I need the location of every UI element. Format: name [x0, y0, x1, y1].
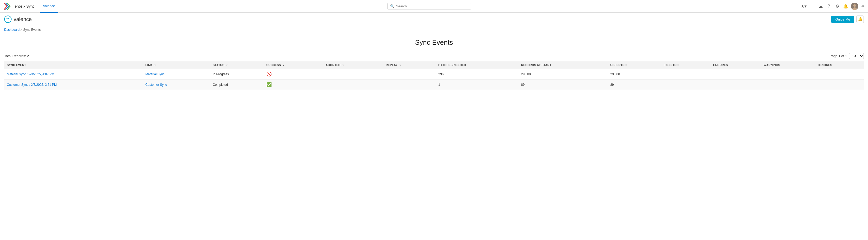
table-meta: Total Records: 2 Page 1 of 1 10 25 50 10…: [4, 53, 864, 59]
cell-records-at-start: 29,600: [519, 69, 608, 79]
col-upserted: UPSERTED: [608, 61, 662, 69]
cell-aborted: [323, 69, 383, 79]
col-warnings: WARNINGS: [761, 61, 816, 69]
col-link[interactable]: LINK ▼: [143, 61, 210, 69]
table-row: Customer Sync : 2/3/2025, 3:51 PM Custom…: [4, 79, 864, 90]
svg-point-4: [7, 19, 9, 20]
link-cell[interactable]: Material Sync: [146, 72, 165, 76]
page-info: Page 1 of 1 10 25 50 100: [830, 53, 864, 59]
status-sort-arrow: ▼: [226, 64, 228, 66]
link-cell[interactable]: Customer Sync: [146, 83, 167, 86]
cell-status: Completed: [210, 79, 264, 90]
app-name: enosix Sync: [15, 4, 34, 8]
cell-warnings: [761, 69, 816, 79]
search-box: 🔍: [387, 3, 471, 9]
col-aborted[interactable]: ABORTED ▼: [323, 61, 383, 69]
help-icon[interactable]: ?: [826, 3, 832, 9]
sync-event-link[interactable]: Customer Sync : 2/3/2025, 3:51 PM: [7, 83, 57, 86]
breadcrumb-home[interactable]: Dashboard: [4, 28, 20, 32]
cell-warnings: [761, 79, 816, 90]
cell-link: Material Sync: [143, 69, 210, 79]
cell-success: ✅: [264, 79, 323, 90]
valence-logo-icon: [4, 16, 11, 23]
top-navigation: enosix Sync Valence 🔍 ★▾ + ☁ ? ⚙ 🔔 ✏: [0, 0, 868, 12]
cell-failures: [710, 79, 761, 90]
main-content: Sync Events Total Records: 2 Page 1 of 1…: [0, 38, 868, 95]
cell-ignores: [816, 79, 864, 90]
search-input[interactable]: [396, 4, 468, 8]
link-sort-arrow: ▼: [154, 64, 156, 66]
page-size-select[interactable]: 10 25 50 100: [849, 53, 864, 59]
sync-event-link[interactable]: Material Sync : 2/3/2025, 4:07 PM: [7, 72, 54, 76]
table-header-row: SYNC EVENT LINK ▼ STATUS ▼ SUCCESS ▼ ABO…: [4, 61, 864, 69]
replay-sort-arrow: ▼: [399, 64, 401, 66]
cell-ignores: [816, 69, 864, 79]
bell-icon[interactable]: 🔔: [842, 3, 849, 9]
search-container: 🔍: [61, 3, 798, 9]
second-bar-bell-icon[interactable]: 🔔: [857, 16, 864, 23]
cell-upserted: 89: [608, 79, 662, 90]
cell-upserted: 29,600: [608, 69, 662, 79]
svg-point-1: [853, 4, 856, 7]
table-row: Material Sync : 2/3/2025, 4:07 PM Materi…: [4, 69, 864, 79]
valence-logo: valence: [4, 16, 32, 23]
table-body: Material Sync : 2/3/2025, 4:07 PM Materi…: [4, 69, 864, 90]
breadcrumb-separator: >: [20, 28, 23, 32]
col-status[interactable]: STATUS ▼: [210, 61, 264, 69]
settings-icon[interactable]: ⚙: [834, 3, 840, 9]
col-deleted: DELETED: [662, 61, 710, 69]
app-logo: [3, 2, 11, 10]
cell-status: In Progress: [210, 69, 264, 79]
col-records-at-start: RECORDS AT START: [519, 61, 608, 69]
aborted-sort-arrow: ▼: [342, 64, 344, 66]
cell-replay: [383, 79, 436, 90]
cloud-icon[interactable]: ☁: [817, 3, 824, 9]
sync-events-table: SYNC EVENT LINK ▼ STATUS ▼ SUCCESS ▼ ABO…: [4, 61, 864, 90]
check-icon: ✅: [267, 82, 272, 87]
second-bar-right: Guide Me 🔔: [831, 16, 864, 23]
col-failures: FAILURES: [710, 61, 761, 69]
search-icon: 🔍: [390, 4, 394, 8]
col-sync-event: SYNC EVENT: [4, 61, 143, 69]
page-of-total: Page 1 of 1: [830, 54, 847, 58]
guide-me-button[interactable]: Guide Me: [831, 16, 854, 23]
breadcrumb: Dashboard > Sync Events: [0, 26, 868, 33]
col-ignores: IGNORES: [816, 61, 864, 69]
total-records: Total Records: 2: [4, 54, 29, 58]
add-icon[interactable]: +: [809, 3, 815, 9]
cell-deleted: [662, 69, 710, 79]
second-bar: valence Guide Me 🔔: [0, 12, 868, 26]
cell-sync-event: Material Sync : 2/3/2025, 4:07 PM: [4, 69, 143, 79]
valence-logo-text: valence: [14, 16, 32, 22]
top-nav-actions: ★▾ + ☁ ? ⚙ 🔔 ✏: [801, 3, 865, 10]
col-batches-needed: BATCHES NEEDED: [436, 61, 519, 69]
col-success[interactable]: SUCCESS ▼: [264, 61, 323, 69]
success-sort-arrow: ▼: [282, 64, 285, 66]
pencil-icon[interactable]: ✏: [862, 4, 865, 9]
cell-records-at-start: 89: [519, 79, 608, 90]
col-replay[interactable]: REPLAY ▼: [383, 61, 436, 69]
valence-tab[interactable]: Valence: [40, 0, 58, 12]
breadcrumb-current: Sync Events: [23, 28, 41, 32]
page-title: Sync Events: [4, 38, 864, 47]
cell-aborted: [323, 79, 383, 90]
cell-batches-needed: 296: [436, 69, 519, 79]
ban-icon: 🚫: [267, 72, 272, 76]
cell-replay: [383, 69, 436, 79]
cell-sync-event: Customer Sync : 2/3/2025, 3:51 PM: [4, 79, 143, 90]
cell-batches-needed: 1: [436, 79, 519, 90]
cell-deleted: [662, 79, 710, 90]
avatar[interactable]: [851, 3, 858, 10]
favorites-icon[interactable]: ★▾: [801, 3, 807, 9]
cell-failures: [710, 69, 761, 79]
cell-link: Customer Sync: [143, 79, 210, 90]
cell-success: 🚫: [264, 69, 323, 79]
